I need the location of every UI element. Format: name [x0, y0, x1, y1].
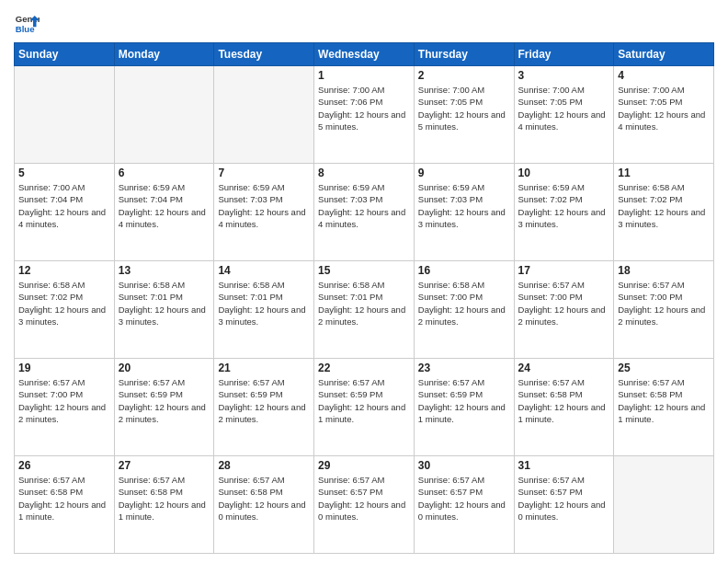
day-info: Sunrise: 6:57 AMSunset: 7:00 PMDaylight:… [618, 279, 710, 327]
day-info: Sunrise: 6:59 AMSunset: 7:02 PMDaylight:… [518, 181, 610, 230]
day-cell: 12Sunrise: 6:58 AMSunset: 7:02 PMDayligh… [15, 261, 115, 359]
day-info: Sunrise: 6:57 AMSunset: 6:58 PMDaylight:… [518, 376, 610, 425]
col-header-wednesday: Wednesday [314, 43, 415, 66]
day-number: 19 [18, 362, 110, 374]
day-info: Sunrise: 7:00 AMSunset: 7:05 PMDaylight:… [418, 84, 510, 132]
day-number: 14 [218, 264, 310, 277]
day-cell [614, 456, 714, 554]
day-number: 10 [518, 167, 610, 179]
day-info: Sunrise: 6:57 AMSunset: 6:58 PMDaylight:… [119, 474, 210, 523]
day-info: Sunrise: 6:57 AMSunset: 6:59 PMDaylight:… [119, 376, 210, 425]
day-number: 16 [418, 264, 510, 277]
day-cell: 24Sunrise: 6:57 AMSunset: 6:58 PMDayligh… [514, 359, 614, 456]
day-cell: 10Sunrise: 6:59 AMSunset: 7:02 PMDayligh… [514, 164, 614, 261]
day-info: Sunrise: 6:58 AMSunset: 7:00 PMDaylight:… [418, 279, 510, 327]
day-cell: 29Sunrise: 6:57 AMSunset: 6:57 PMDayligh… [314, 456, 415, 554]
day-number: 2 [418, 69, 510, 82]
day-info: Sunrise: 6:58 AMSunset: 7:01 PMDaylight:… [119, 279, 210, 327]
day-number: 9 [418, 167, 510, 179]
day-info: Sunrise: 6:57 AMSunset: 7:00 PMDaylight:… [18, 376, 110, 425]
day-number: 4 [618, 69, 710, 82]
day-cell: 4Sunrise: 7:00 AMSunset: 7:05 PMDaylight… [614, 66, 714, 164]
col-header-monday: Monday [114, 43, 214, 66]
day-number: 21 [218, 362, 310, 374]
day-number: 23 [418, 362, 510, 374]
week-row-1: 1Sunrise: 7:00 AMSunset: 7:06 PMDaylight… [15, 66, 714, 164]
day-cell: 23Sunrise: 6:57 AMSunset: 6:59 PMDayligh… [414, 359, 514, 456]
day-info: Sunrise: 6:57 AMSunset: 6:58 PMDaylight:… [18, 474, 110, 523]
day-number: 5 [18, 167, 110, 179]
day-info: Sunrise: 7:00 AMSunset: 7:06 PMDaylight:… [318, 84, 410, 132]
logo: General Blue [14, 9, 40, 35]
week-row-5: 26Sunrise: 6:57 AMSunset: 6:58 PMDayligh… [15, 456, 714, 554]
day-number: 17 [518, 264, 610, 277]
day-info: Sunrise: 6:58 AMSunset: 7:01 PMDaylight:… [218, 279, 310, 327]
day-cell: 26Sunrise: 6:57 AMSunset: 6:58 PMDayligh… [15, 456, 115, 554]
day-cell: 3Sunrise: 7:00 AMSunset: 7:05 PMDaylight… [514, 66, 614, 164]
day-cell [214, 66, 314, 164]
day-number: 12 [18, 264, 110, 277]
header-row: SundayMondayTuesdayWednesdayThursdayFrid… [15, 43, 714, 66]
day-cell: 14Sunrise: 6:58 AMSunset: 7:01 PMDayligh… [214, 261, 314, 359]
day-info: Sunrise: 7:00 AMSunset: 7:04 PMDaylight:… [18, 181, 110, 230]
day-info: Sunrise: 6:58 AMSunset: 7:02 PMDaylight:… [18, 279, 110, 327]
day-info: Sunrise: 7:00 AMSunset: 7:05 PMDaylight:… [618, 84, 710, 132]
day-number: 20 [119, 362, 210, 374]
week-row-4: 19Sunrise: 6:57 AMSunset: 7:00 PMDayligh… [15, 359, 714, 456]
day-number: 26 [18, 459, 110, 472]
day-cell [114, 66, 214, 164]
day-number: 29 [318, 459, 410, 472]
day-info: Sunrise: 6:58 AMSunset: 7:01 PMDaylight:… [318, 279, 410, 327]
day-number: 1 [318, 69, 410, 82]
day-cell [15, 66, 115, 164]
logo-icon: General Blue [14, 9, 40, 35]
day-cell: 31Sunrise: 6:57 AMSunset: 6:57 PMDayligh… [514, 456, 614, 554]
day-info: Sunrise: 6:59 AMSunset: 7:03 PMDaylight:… [418, 181, 510, 230]
day-cell: 8Sunrise: 6:59 AMSunset: 7:03 PMDaylight… [314, 164, 415, 261]
day-cell: 6Sunrise: 6:59 AMSunset: 7:04 PMDaylight… [114, 164, 214, 261]
day-info: Sunrise: 6:58 AMSunset: 7:02 PMDaylight:… [618, 181, 710, 230]
day-cell: 21Sunrise: 6:57 AMSunset: 6:59 PMDayligh… [214, 359, 314, 456]
week-row-2: 5Sunrise: 7:00 AMSunset: 7:04 PMDaylight… [15, 164, 714, 261]
day-cell: 30Sunrise: 6:57 AMSunset: 6:57 PMDayligh… [414, 456, 514, 554]
day-number: 25 [618, 362, 710, 374]
day-number: 31 [518, 459, 610, 472]
day-info: Sunrise: 6:57 AMSunset: 6:57 PMDaylight:… [418, 474, 510, 523]
day-cell: 2Sunrise: 7:00 AMSunset: 7:05 PMDaylight… [414, 66, 514, 164]
day-cell: 27Sunrise: 6:57 AMSunset: 6:58 PMDayligh… [114, 456, 214, 554]
day-cell: 28Sunrise: 6:57 AMSunset: 6:58 PMDayligh… [214, 456, 314, 554]
col-header-tuesday: Tuesday [214, 43, 314, 66]
col-header-sunday: Sunday [15, 43, 115, 66]
day-number: 24 [518, 362, 610, 374]
day-number: 30 [418, 459, 510, 472]
header: General Blue [14, 9, 714, 35]
day-info: Sunrise: 6:59 AMSunset: 7:04 PMDaylight:… [119, 181, 210, 230]
page: General Blue SundayMondayTuesdayWednesda… [0, 0, 728, 563]
day-cell: 5Sunrise: 7:00 AMSunset: 7:04 PMDaylight… [15, 164, 115, 261]
day-cell: 17Sunrise: 6:57 AMSunset: 7:00 PMDayligh… [514, 261, 614, 359]
day-cell: 15Sunrise: 6:58 AMSunset: 7:01 PMDayligh… [314, 261, 415, 359]
day-cell: 25Sunrise: 6:57 AMSunset: 6:58 PMDayligh… [614, 359, 714, 456]
week-row-3: 12Sunrise: 6:58 AMSunset: 7:02 PMDayligh… [15, 261, 714, 359]
day-info: Sunrise: 6:57 AMSunset: 6:59 PMDaylight:… [218, 376, 310, 425]
day-number: 15 [318, 264, 410, 277]
col-header-thursday: Thursday [414, 43, 514, 66]
day-number: 28 [218, 459, 310, 472]
day-number: 3 [518, 69, 610, 82]
day-number: 7 [218, 167, 310, 179]
day-cell: 7Sunrise: 6:59 AMSunset: 7:03 PMDaylight… [214, 164, 314, 261]
col-header-saturday: Saturday [614, 43, 714, 66]
calendar-table: SundayMondayTuesdayWednesdayThursdayFrid… [14, 42, 714, 554]
day-number: 11 [618, 167, 710, 179]
day-info: Sunrise: 6:59 AMSunset: 7:03 PMDaylight:… [318, 181, 410, 230]
day-number: 18 [618, 264, 710, 277]
day-info: Sunrise: 6:57 AMSunset: 6:59 PMDaylight:… [418, 376, 510, 425]
day-info: Sunrise: 6:57 AMSunset: 6:58 PMDaylight:… [218, 474, 310, 523]
day-info: Sunrise: 6:57 AMSunset: 7:00 PMDaylight:… [518, 279, 610, 327]
day-cell: 11Sunrise: 6:58 AMSunset: 7:02 PMDayligh… [614, 164, 714, 261]
day-info: Sunrise: 6:57 AMSunset: 6:57 PMDaylight:… [318, 474, 410, 523]
day-number: 6 [119, 167, 210, 179]
svg-text:Blue: Blue [16, 24, 35, 34]
day-info: Sunrise: 6:57 AMSunset: 6:57 PMDaylight:… [518, 474, 610, 523]
day-info: Sunrise: 7:00 AMSunset: 7:05 PMDaylight:… [518, 84, 610, 132]
